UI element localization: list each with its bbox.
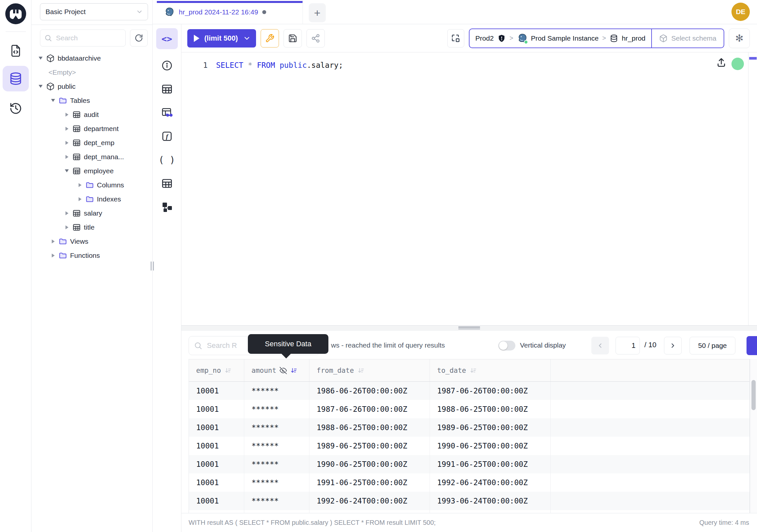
code-view-button[interactable]: <> <box>156 28 178 49</box>
databases-nav-icon[interactable] <box>3 66 29 91</box>
refresh-schema-button[interactable] <box>130 29 148 47</box>
upload-icon[interactable] <box>716 57 727 68</box>
cell-amount-masked: ****** <box>244 455 309 473</box>
tree-item-public[interactable]: public <box>31 79 152 93</box>
cell-amount-masked: ****** <box>244 418 309 437</box>
bytebase-logo-icon[interactable] <box>5 3 27 25</box>
user-avatar[interactable]: DE <box>732 3 750 21</box>
table-row[interactable]: 10001 ****** 1987-06-26T00:00:00Z 1988-0… <box>189 400 749 418</box>
table-row[interactable]: 10001 ****** 1988-06-25T00:00:00Z 1989-0… <box>189 418 749 437</box>
tab-hr-prod[interactable]: hr_prod 2024-11-22 16:49 <box>157 0 303 24</box>
caret-right-icon[interactable] <box>64 113 70 117</box>
table-row[interactable]: 10001 ****** 1989-06-25T00:00:00Z 1990-0… <box>189 437 749 455</box>
breadcrumb[interactable]: Prod2 > Prod Sample Instance > hr_prod <box>469 29 651 47</box>
postgresql-instance-icon <box>517 33 528 44</box>
cell-emp-no: 10001 <box>189 418 244 437</box>
cell-to-date: 1994-06-24T00:00:00Z <box>430 510 551 513</box>
tree-item-employee[interactable]: employee <box>31 164 152 178</box>
project-select[interactable]: Basic Project <box>40 3 148 20</box>
save-button[interactable] <box>284 29 302 47</box>
split-drag-handle[interactable] <box>458 327 480 330</box>
caret-right-icon[interactable] <box>77 197 82 201</box>
eye-off-icon[interactable] <box>280 367 287 374</box>
table-row[interactable]: 10001 ****** 1990-06-25T00:00:00Z 1991-0… <box>189 455 749 473</box>
caret-down-icon[interactable] <box>38 85 43 88</box>
editor-scrollbar[interactable] <box>748 52 757 325</box>
sql-editor[interactable]: 1 SELECT * FROM public.salary; <box>181 52 757 325</box>
chevron-down-icon[interactable] <box>243 34 251 42</box>
caret-down-icon[interactable] <box>50 99 56 102</box>
table-row[interactable]: 10001 ****** 1991-06-25T00:00:00Z 1992-0… <box>189 473 749 492</box>
tree-search-input[interactable] <box>55 34 114 42</box>
sort-icon[interactable] <box>224 367 231 374</box>
table-scrollbar[interactable] <box>750 359 757 513</box>
tree-search-box[interactable] <box>40 29 126 47</box>
column-header-to-date[interactable]: to_date <box>430 360 551 381</box>
tree-item-views[interactable]: Views <box>31 234 152 248</box>
table-row[interactable]: 10001 ****** 1993-06-24T00:00:00Z 1994-0… <box>189 510 749 513</box>
caret-right-icon[interactable] <box>64 155 70 159</box>
sort-icon[interactable] <box>357 367 364 374</box>
tree-item-tables[interactable]: Tables <box>31 93 152 108</box>
table-panel-icon[interactable] <box>159 82 175 96</box>
column-name: from_date <box>317 366 354 374</box>
query-time-label: Query time: 4 ms <box>699 519 749 526</box>
table-row[interactable]: 10001 ****** 1986-06-26T00:00:00Z 1987-0… <box>189 382 749 400</box>
select-schema-button[interactable]: Select schema <box>652 29 724 47</box>
schema-diagram-icon[interactable] <box>159 200 175 214</box>
tree-item-dept-emp[interactable]: dept_emp <box>31 136 152 150</box>
batch-query-button[interactable] <box>447 29 464 47</box>
caret-right-icon[interactable] <box>64 211 70 215</box>
vertical-display-toggle[interactable] <box>498 341 515 351</box>
tree-item-bbdataarchive[interactable]: bbdataarchive <box>31 51 152 65</box>
caret-right-icon[interactable] <box>50 239 56 243</box>
cell-from-date: 1988-06-25T00:00:00Z <box>309 418 430 437</box>
tree-item-title[interactable]: title <box>31 220 152 234</box>
export-button[interactable] <box>746 336 757 355</box>
page-size-select[interactable]: 50 / page <box>689 337 735 355</box>
previous-page-button[interactable] <box>591 337 609 355</box>
tree-item-columns[interactable]: Columns <box>31 178 152 192</box>
sort-icon-active[interactable] <box>290 367 297 374</box>
table-row[interactable]: 10001 ****** 1992-06-24T00:00:00Z 1993-0… <box>189 492 749 510</box>
tree-item-functions[interactable]: Functions <box>31 248 152 263</box>
caret-right-icon[interactable] <box>64 127 70 131</box>
parentheses-icon[interactable]: ( ) <box>159 153 175 167</box>
worksheets-nav-icon[interactable] <box>5 41 26 61</box>
masked-data-icon[interactable] <box>159 106 175 120</box>
tree-item-label: dept_emp <box>84 139 114 147</box>
caret-right-icon[interactable] <box>64 141 70 145</box>
tree-item-indexes[interactable]: Indexes <box>31 192 152 206</box>
caret-right-icon[interactable] <box>50 254 56 258</box>
caret-down-icon[interactable] <box>38 57 43 60</box>
tree-item-department[interactable]: department <box>31 121 152 136</box>
format-wrench-button[interactable] <box>260 29 279 47</box>
tree-item-audit[interactable]: audit <box>31 108 152 121</box>
caret-right-icon[interactable] <box>77 183 82 187</box>
caret-down-icon[interactable] <box>64 169 70 172</box>
next-page-button[interactable] <box>664 337 682 355</box>
scrollbar-thumb[interactable] <box>751 380 756 410</box>
unsaved-dot-icon <box>262 10 266 14</box>
table-icon <box>72 223 81 232</box>
sort-icon[interactable] <box>469 367 477 374</box>
column-header-amount[interactable]: amount <box>244 360 309 381</box>
sql-code-line[interactable]: SELECT * FROM public.salary; <box>216 61 343 70</box>
tree-item-salary[interactable]: salary <box>31 206 152 220</box>
column-header-emp-no[interactable]: emp_no <box>189 360 244 381</box>
panel-resize-handle[interactable] <box>151 262 154 270</box>
page-number-input[interactable] <box>616 337 640 355</box>
run-query-button[interactable]: (limit 500) <box>187 29 256 47</box>
share-button[interactable] <box>307 29 325 47</box>
caret-right-icon[interactable] <box>64 225 70 229</box>
history-nav-icon[interactable] <box>5 99 26 118</box>
tree-item-label: salary <box>84 209 102 217</box>
new-tab-button[interactable]: + <box>309 3 326 22</box>
connection-breadcrumb[interactable]: Prod2 > Prod Sample Instance > hr_prod <box>469 28 724 48</box>
info-icon[interactable] <box>159 58 175 73</box>
tree-item-dept-manager[interactable]: dept_mana... <box>31 150 152 164</box>
ai-assistant-button[interactable]: ✻ <box>729 28 750 48</box>
column-header-from-date[interactable]: from_date <box>309 360 430 381</box>
sheet-table-icon[interactable] <box>159 176 175 191</box>
function-icon[interactable]: f <box>159 129 175 143</box>
